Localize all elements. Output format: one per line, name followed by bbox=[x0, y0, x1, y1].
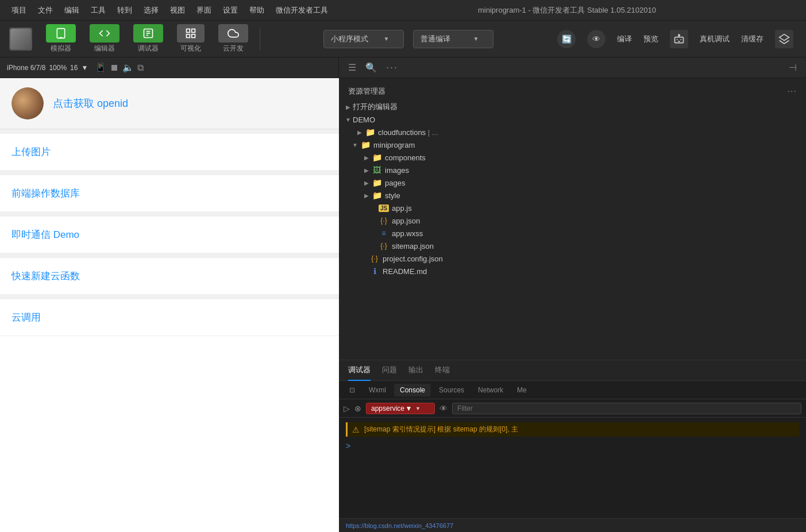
compile-selector[interactable]: 普通编译 bbox=[413, 30, 493, 48]
menu-item-edit[interactable]: 编辑 bbox=[60, 3, 84, 18]
stop-icon[interactable]: ⏹ bbox=[110, 63, 119, 73]
components-item[interactable]: ▶ 📁 components bbox=[339, 151, 806, 164]
demo-folder-item[interactable]: ▼ DEMO bbox=[339, 114, 806, 126]
comp-arrow-icon: ▶ bbox=[362, 155, 371, 161]
service-dropdown-icon: ▼ bbox=[406, 404, 412, 413]
devtools-toolbar: ▷ ⊗ appservice ▼ 👁 bbox=[339, 399, 806, 418]
simulator-button[interactable]: 模拟器 bbox=[41, 22, 80, 56]
expand-icon[interactable]: ▷ bbox=[344, 404, 350, 413]
pages-item[interactable]: ▶ 📁 pages bbox=[339, 176, 806, 189]
menu-item-select[interactable]: 选择 bbox=[139, 3, 163, 18]
sitemap-file-icon: {·} bbox=[378, 241, 389, 250]
js-file-icon: JS bbox=[378, 203, 389, 213]
tab-debugger[interactable]: 调试器 bbox=[348, 360, 371, 381]
tab-pointer[interactable]: ⊡ bbox=[344, 384, 361, 396]
menu-item-wechat[interactable]: 微信开发者工具 bbox=[271, 3, 333, 18]
cloud-call-link[interactable]: 云调用 bbox=[11, 312, 41, 323]
menu-item-view[interactable]: 视图 bbox=[165, 3, 190, 18]
editor-icon bbox=[90, 24, 119, 43]
device-name: iPhone 6/7/8 bbox=[7, 64, 45, 72]
preview-btn[interactable]: 预览 bbox=[640, 33, 662, 45]
console-prompt[interactable]: > bbox=[346, 439, 799, 453]
second-bar: iPhone 6/7/8 100% 16 ▼ 📱 ⏹ 🔈 ⧉ ☰ 🔍 ··· ⊣ bbox=[0, 57, 806, 78]
style-item[interactable]: ▶ 📁 style bbox=[339, 189, 806, 202]
menu-item-interface[interactable]: 界面 bbox=[192, 3, 216, 18]
app-wxss-item[interactable]: ▶ ≡ app.wxss bbox=[339, 227, 806, 240]
openid-button[interactable]: 点击获取 openid bbox=[53, 97, 128, 110]
database-link[interactable]: 前端操作数据库 bbox=[11, 188, 80, 199]
cloudfunctions-item[interactable]: ▶ 📁 cloudfunctions | ... bbox=[339, 126, 806, 138]
project-file-icon: {·} bbox=[369, 254, 380, 263]
menu-item-help[interactable]: 帮助 bbox=[245, 3, 269, 18]
robot-button[interactable] bbox=[666, 29, 692, 49]
service-label: appservice bbox=[371, 404, 404, 413]
opened-editors-label: 打开的编辑器 bbox=[353, 102, 398, 112]
database-row[interactable]: 前端操作数据库 bbox=[0, 175, 339, 212]
more-icon[interactable]: ··· bbox=[386, 61, 398, 74]
block-icon[interactable]: ⊗ bbox=[354, 404, 361, 413]
compile-btn[interactable]: 编译 bbox=[614, 33, 635, 45]
menu-item-tools[interactable]: 工具 bbox=[86, 3, 110, 18]
upload-image-link[interactable]: 上传图片 bbox=[11, 147, 51, 157]
opened-editors-item[interactable]: ▶ 打开的编辑器 bbox=[339, 100, 806, 114]
layers-button[interactable] bbox=[772, 29, 797, 49]
debugger-button[interactable]: 调试器 bbox=[129, 22, 168, 56]
filetree-controls: ☰ 🔍 ··· ⊣ bbox=[339, 57, 806, 78]
cloud-function-link[interactable]: 快速新建云函数 bbox=[11, 271, 80, 282]
device-size: 16 bbox=[70, 64, 78, 72]
menu-item-file[interactable]: 文件 bbox=[33, 3, 57, 18]
tab-console[interactable]: Console bbox=[394, 384, 431, 396]
cloud-button[interactable]: 云开发 bbox=[214, 22, 253, 56]
editor-button[interactable]: 编辑器 bbox=[85, 22, 124, 56]
images-item[interactable]: ▶ 🖼 images bbox=[339, 164, 806, 176]
phone-icon[interactable]: 📱 bbox=[95, 62, 106, 73]
tab-network[interactable]: Network bbox=[472, 384, 509, 396]
upload-image-row[interactable]: 上传图片 bbox=[0, 134, 339, 171]
cloud-function-row[interactable]: 快速新建云函数 bbox=[0, 258, 339, 295]
eye-icon: 👁 bbox=[587, 30, 606, 48]
menu-item-project[interactable]: 项目 bbox=[7, 3, 31, 18]
resource-manager-more[interactable]: ··· bbox=[788, 86, 797, 97]
app-js-item[interactable]: ▶ JS app.js bbox=[339, 202, 806, 214]
mode-selector[interactable]: 小程序模式 bbox=[323, 30, 404, 48]
pages-arrow-icon: ▶ bbox=[362, 180, 371, 186]
readme-label: README.md bbox=[383, 267, 427, 276]
realdevice-btn[interactable]: 真机调试 bbox=[696, 33, 733, 45]
console-filter-input[interactable] bbox=[452, 403, 801, 414]
im-demo-link[interactable]: 即时通信 Demo bbox=[11, 229, 79, 240]
sound-icon[interactable]: 🔈 bbox=[122, 62, 134, 73]
device-selector[interactable]: iPhone 6/7/8 100% 16 ▼ bbox=[7, 64, 88, 72]
tab-more[interactable]: Me bbox=[511, 384, 533, 396]
menu-item-goto[interactable]: 转到 bbox=[113, 3, 137, 18]
readme-item[interactable]: ▶ ℹ README.md bbox=[339, 265, 806, 277]
divider-5 bbox=[0, 295, 339, 299]
clear-cache-btn[interactable]: 清缓存 bbox=[738, 33, 767, 45]
project-config-item[interactable]: ▶ {·} project.config.json bbox=[339, 252, 806, 265]
list-icon[interactable]: ☰ bbox=[348, 62, 356, 73]
app-json-label: app.json bbox=[392, 217, 420, 225]
miniprogram-item[interactable]: ▼ 📁 miniprogram bbox=[339, 138, 806, 151]
sitemap-json-item[interactable]: ▶ {·} sitemap.json bbox=[339, 240, 806, 252]
cloud-call-row[interactable]: 云调用 bbox=[0, 299, 339, 336]
visibility-icon[interactable]: 👁 bbox=[439, 404, 448, 413]
preview-button[interactable]: 👁 bbox=[584, 29, 609, 49]
search-icon[interactable]: 🔍 bbox=[365, 62, 377, 73]
service-selector[interactable]: appservice ▼ bbox=[366, 403, 435, 414]
rotate-icon[interactable]: ⧉ bbox=[137, 63, 144, 73]
collapse-icon[interactable]: ⊣ bbox=[789, 62, 797, 73]
footer-url[interactable]: https://blog.csdn.net/weixin_43476677 bbox=[346, 522, 453, 529]
tab-issues[interactable]: 问题 bbox=[382, 360, 397, 381]
menu-item-settings[interactable]: 设置 bbox=[218, 3, 242, 18]
tab-terminal[interactable]: 终端 bbox=[435, 360, 450, 381]
style-arrow-icon: ▶ bbox=[362, 192, 371, 199]
tab-sources[interactable]: Sources bbox=[433, 384, 470, 396]
tab-wxml[interactable]: Wxml bbox=[363, 384, 392, 396]
visual-button[interactable]: 可视化 bbox=[172, 22, 209, 56]
simulator-label: 模拟器 bbox=[51, 44, 71, 53]
refresh-button[interactable]: 🔄 bbox=[554, 29, 579, 49]
cloud-icon bbox=[218, 24, 248, 43]
app-json-item[interactable]: ▶ {·} app.json bbox=[339, 214, 806, 227]
im-demo-row[interactable]: 即时通信 Demo bbox=[0, 217, 339, 253]
warning-icon: ⚠ bbox=[352, 425, 360, 434]
tab-output[interactable]: 输出 bbox=[408, 360, 423, 381]
